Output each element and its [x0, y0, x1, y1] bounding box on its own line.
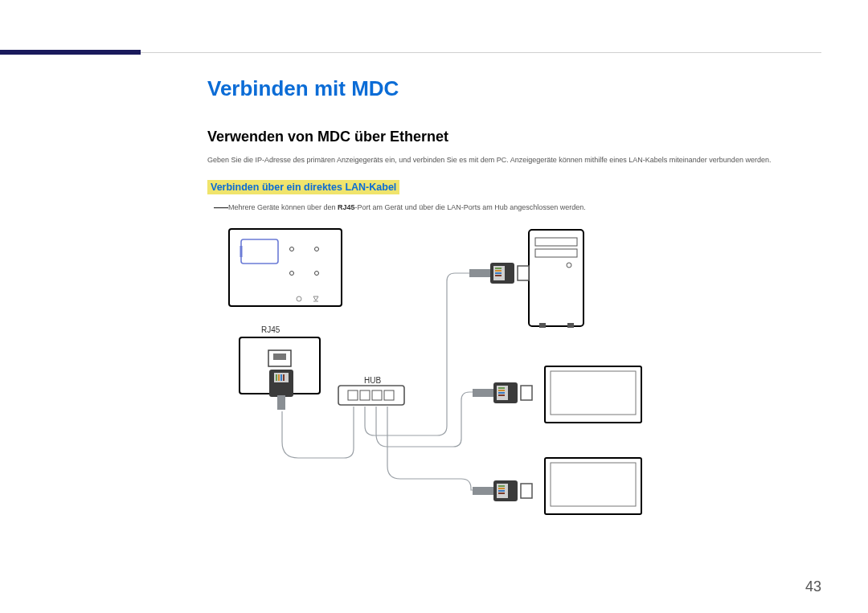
ethernet-plug-icon	[269, 370, 293, 410]
connection-diagram: RJ45 HUB	[223, 225, 837, 541]
svg-rect-16	[280, 374, 282, 381]
svg-rect-42	[498, 387, 505, 389]
ethernet-plug-icon	[473, 480, 532, 501]
ethernet-plug-icon	[469, 263, 529, 284]
svg-rect-18	[277, 395, 285, 410]
subsection-title: Verwenden von MDC über Ethernet	[207, 129, 821, 145]
svg-rect-15	[278, 374, 280, 381]
svg-rect-47	[521, 386, 532, 400]
hub-icon	[338, 386, 404, 405]
intro-paragraph: Geben Sie die IP-Adresse des primären An…	[207, 155, 821, 165]
svg-rect-21	[360, 390, 370, 400]
page-content: Verbinden mit MDC Verwenden von MDC über…	[207, 76, 821, 538]
ethernet-plug-icon	[473, 382, 532, 403]
section-title: Verbinden mit MDC	[207, 76, 821, 101]
accent-bar	[0, 50, 141, 55]
svg-rect-44	[498, 392, 505, 394]
svg-rect-43	[498, 390, 505, 391]
rj45-label: RJ45	[261, 325, 280, 334]
svg-rect-35	[495, 275, 502, 276]
svg-rect-53	[498, 488, 505, 489]
display-back-icon	[229, 229, 342, 306]
svg-rect-14	[276, 374, 277, 381]
note-text-pre: Mehrere Geräte können über den	[228, 203, 338, 211]
computer-tower-icon	[529, 230, 583, 328]
svg-rect-57	[521, 484, 532, 498]
svg-rect-11	[273, 353, 286, 360]
svg-rect-34	[495, 272, 502, 274]
svg-rect-24	[529, 230, 583, 326]
svg-rect-17	[283, 374, 285, 381]
hub-label: HUB	[364, 376, 381, 385]
monitor-icon	[545, 458, 641, 514]
svg-rect-56	[473, 487, 493, 495]
svg-rect-22	[372, 390, 382, 400]
horizontal-rule	[141, 52, 821, 53]
svg-rect-0	[229, 229, 342, 306]
svg-rect-23	[384, 390, 394, 400]
svg-rect-32	[495, 268, 502, 269]
svg-rect-36	[469, 269, 490, 277]
note-text-bold: RJ45	[338, 203, 355, 211]
page-number: 43	[805, 578, 821, 595]
svg-rect-45	[498, 394, 505, 396]
svg-rect-33	[495, 270, 502, 272]
svg-rect-55	[498, 492, 505, 494]
svg-rect-46	[473, 389, 493, 397]
note-dash-icon: ―	[214, 197, 228, 216]
svg-rect-29	[567, 323, 574, 328]
svg-rect-20	[348, 390, 358, 400]
svg-rect-37	[518, 266, 529, 280]
note-text-post: -Port am Gerät und über die LAN-Ports am…	[355, 203, 586, 211]
highlighted-heading: Verbinden über ein direktes LAN-Kabel	[207, 180, 399, 194]
svg-rect-28	[539, 323, 546, 328]
monitor-icon	[545, 366, 641, 423]
svg-rect-54	[498, 490, 505, 492]
svg-rect-52	[498, 485, 505, 487]
note-line: ― Mehrere Geräte können über den RJ45-Po…	[207, 202, 821, 212]
